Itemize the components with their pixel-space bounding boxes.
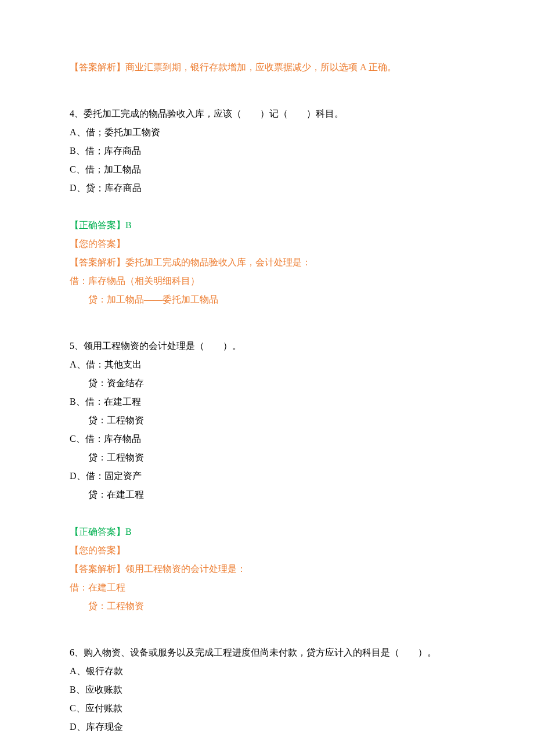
q5-expl-line1: 借：在建工程 [70,578,464,597]
q5-option-b-line1: B、借：在建工程 [70,393,464,411]
q4-expl-text: 委托加工完成的物品验收入库，会计处理是： [125,257,311,267]
q4-correct-line: 【正确答案】B [70,216,464,235]
q5-block: 5、领用工程物资的会计处理是（ ）。 A、借：其他支出 贷：资金结存 B、借：在… [70,337,464,615]
spacer [70,504,464,523]
q6-option-c: C、应付账款 [70,699,464,718]
q5-expl-line2: 贷：工程物资 [70,597,464,615]
q5-expl-header: 【答案解析】领用工程物资的会计处理是： [70,560,464,578]
q5-option-c-line2: 贷：工程物资 [70,448,464,467]
q6-stem: 6、购入物资、设备或服务以及完成工程进度但尚未付款，贷方应计入的科目是（ ）。 [70,643,464,662]
q4-option-d: D、贷；库存商品 [70,179,464,197]
q4-expl-line1: 借：库存物品（相关明细科目） [70,272,464,290]
q5-expl-text: 领用工程物资的会计处理是： [125,564,246,574]
q4-your-answer: 【您的答案】 [70,235,464,253]
q4-correct-value: B [125,220,132,230]
q3-expl-text: 商业汇票到期，银行存款增加，应收票据减少，所以选项 A 正确。 [125,62,396,72]
spacer [70,197,464,216]
q3-explanation-line: 【答案解析】商业汇票到期，银行存款增加，应收票据减少，所以选项 A 正确。 [70,58,464,77]
q4-correct-label: 【正确答案】 [70,220,125,230]
q5-option-d-line1: D、借：固定资产 [70,467,464,485]
q5-correct-line: 【正确答案】B [70,523,464,541]
q3-explanation-block: 【答案解析】商业汇票到期，银行存款增加，应收票据减少，所以选项 A 正确。 [70,58,464,77]
document-page: 【答案解析】商业汇票到期，银行存款增加，应收票据减少，所以选项 A 正确。 4、… [0,0,534,756]
q4-option-b: B、借；库存商品 [70,142,464,160]
q6-option-b: B、应收账款 [70,681,464,699]
q5-option-d-line2: 贷：在建工程 [70,485,464,504]
q5-stem: 5、领用工程物资的会计处理是（ ）。 [70,337,464,355]
q5-option-c-line1: C、借：库存物品 [70,430,464,448]
q5-option-a-line2: 贷：资金结存 [70,374,464,393]
q6-block: 6、购入物资、设备或服务以及完成工程进度但尚未付款，贷方应计入的科目是（ ）。 … [70,643,464,756]
q5-correct-label: 【正确答案】 [70,527,125,537]
q4-option-c: C、借；加工物品 [70,160,464,179]
q5-option-a-line1: A、借：其他支出 [70,355,464,374]
q4-block: 4、委托加工完成的物品验收入库，应该（ ）记（ ）科目。 A、借；委托加工物资 … [70,105,464,309]
q4-option-a: A、借；委托加工物资 [70,123,464,142]
q5-expl-label: 【答案解析】 [70,564,125,574]
q6-option-a: A、银行存款 [70,662,464,681]
q5-option-b-line2: 贷：工程物资 [70,411,464,430]
q5-correct-value: B [125,527,132,537]
q3-expl-label: 【答案解析】 [70,62,125,72]
q5-your-answer: 【您的答案】 [70,541,464,560]
q4-expl-header: 【答案解析】委托加工完成的物品验收入库，会计处理是： [70,253,464,272]
q6-option-d: D、库存现金 [70,718,464,736]
q4-expl-label: 【答案解析】 [70,257,125,267]
q4-stem: 4、委托加工完成的物品验收入库，应该（ ）记（ ）科目。 [70,105,464,123]
q4-expl-line2: 贷：加工物品——委托加工物品 [70,290,464,309]
spacer [70,736,464,755]
